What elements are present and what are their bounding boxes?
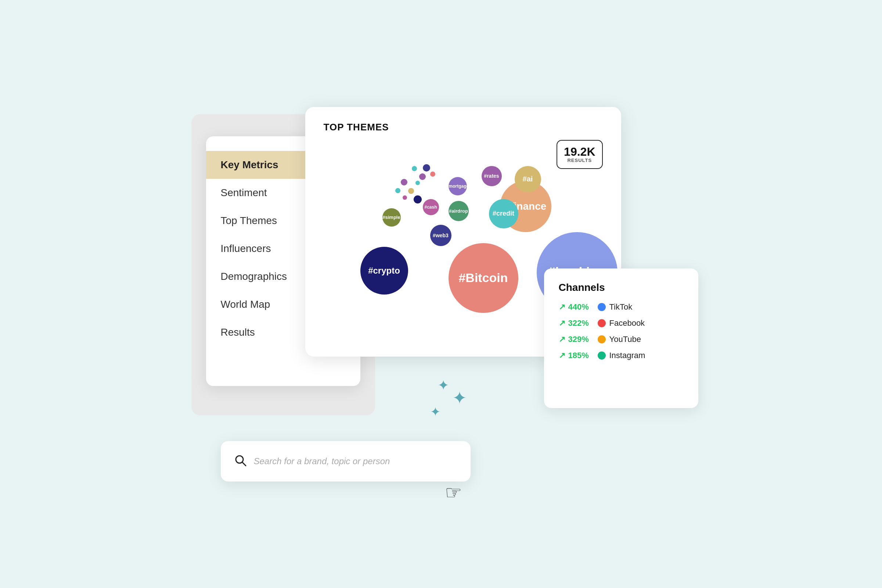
small-dot-2 — [416, 181, 420, 185]
channel-pct: 185% — [568, 351, 598, 360]
channel-row-youtube: ↗ 329% YouTube — [559, 334, 684, 344]
bubble-web3: #web3 — [430, 225, 452, 246]
results-label: RESULTS — [564, 158, 595, 163]
channel-arrow: ↗ — [559, 302, 566, 312]
bubble-simple: #simple — [382, 208, 401, 226]
small-dot-8 — [395, 188, 400, 193]
channel-dot — [598, 351, 606, 360]
channel-name: TikTok — [609, 302, 633, 312]
bubble-cash: #cash — [423, 199, 439, 215]
channel-dot — [598, 335, 606, 344]
svg-line-1 — [242, 462, 246, 466]
channel-name: Instagram — [609, 351, 645, 360]
channel-name: YouTube — [609, 334, 641, 344]
channel-pct: 329% — [568, 334, 598, 344]
search-input[interactable]: Search for a brand, topic or person — [254, 456, 458, 466]
channel-name: Facebook — [609, 318, 645, 328]
bubble-Bitcoin: #Bitcoin — [448, 243, 518, 313]
channel-arrow: ↗ — [559, 351, 566, 360]
channel-arrow: ↗ — [559, 318, 566, 328]
bubble-mortgage: #mortgage — [448, 177, 467, 195]
results-number: 19.2K — [564, 146, 595, 158]
bubble-rates: #rates — [482, 166, 502, 186]
cursor-hand-icon: ☞ — [445, 482, 462, 504]
bubble-credit: #credit — [489, 199, 518, 228]
small-dot-7 — [401, 179, 407, 186]
search-card[interactable]: Search for a brand, topic or person — [221, 441, 471, 482]
channel-pct: 322% — [568, 318, 598, 328]
bubble-airdrop: #airdrop — [448, 201, 469, 221]
channel-dot — [598, 319, 606, 327]
bubble-crypto: #crypto — [360, 247, 408, 294]
small-dot-0 — [412, 166, 417, 171]
small-dot-9 — [403, 195, 407, 200]
channel-dot — [598, 303, 606, 311]
small-dot-3 — [423, 164, 430, 171]
small-dot-6 — [414, 195, 422, 204]
small-dot-5 — [408, 188, 414, 194]
channels-card: Channels ↗ 440% TikTok ↗ 322% Facebook ↗… — [544, 268, 698, 408]
channel-row-tiktok: ↗ 440% TikTok — [559, 302, 684, 312]
channels-title: Channels — [559, 282, 684, 294]
search-icon — [234, 454, 247, 469]
results-badge: 19.2K RESULTS — [556, 140, 603, 169]
bubble-ai: #ai — [514, 166, 541, 192]
channel-row-facebook: ↗ 322% Facebook — [559, 318, 684, 328]
themes-title: TOP THEMES — [324, 122, 603, 133]
channel-arrow: ↗ — [559, 334, 566, 344]
channel-row-instagram: ↗ 185% Instagram — [559, 351, 684, 360]
small-dot-4 — [430, 171, 435, 177]
sparkle-icon-3: ✦ — [430, 404, 441, 419]
sparkle-icon-2: ✦ — [452, 387, 467, 408]
small-dot-1 — [419, 173, 426, 180]
sparkle-icon-1: ✦ — [438, 377, 449, 393]
channel-pct: 440% — [568, 302, 598, 312]
